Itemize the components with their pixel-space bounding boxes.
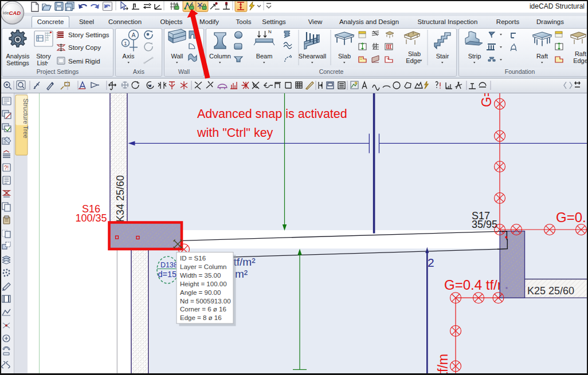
svg-text:Structure Tree: Structure Tree — [22, 98, 29, 139]
svg-text:Semi Rigid: Semi Rigid — [68, 58, 100, 65]
svg-text:List: List — [37, 60, 46, 66]
svg-text:Beam: Beam — [256, 53, 273, 60]
svg-text:K25 25/60: K25 25/60 — [527, 285, 574, 297]
svg-text:Slab: Slab — [338, 53, 351, 60]
svg-text:Edge: Edge — [573, 57, 588, 64]
svg-text:Nd = 5005913.00: Nd = 5005913.00 — [180, 298, 231, 305]
svg-text:D138: D138 — [160, 261, 178, 269]
svg-text:G=0.: G=0. — [556, 210, 586, 225]
svg-text:Settings: Settings — [6, 60, 29, 66]
svg-text:Axis: Axis — [123, 53, 135, 60]
svg-text:Strip: Strip — [468, 53, 481, 60]
svg-text:Slab: Slab — [408, 50, 421, 57]
svg-text:G=0.4 tf/m: G=0.4 tf/m — [479, 93, 494, 107]
svg-text:Edge = 8 ø 16: Edge = 8 ø 16 — [180, 314, 222, 321]
svg-text:K34 25/60: K34 25/60 — [115, 175, 126, 222]
svg-text:Story Copy: Story Copy — [68, 44, 101, 51]
svg-text:CAD: CAD — [9, 10, 21, 16]
svg-text:Raft: Raft — [536, 53, 548, 60]
svg-text:Edge: Edge — [406, 57, 421, 64]
svg-text:tf/m²: tf/m² — [234, 256, 256, 268]
svg-text:Story: Story — [36, 53, 51, 60]
svg-text:1: 1 — [124, 40, 127, 46]
svg-text:m²: m² — [235, 268, 248, 280]
svg-text:?!: ?! — [4, 165, 9, 171]
svg-text:d=15: d=15 — [158, 270, 177, 279]
svg-text:Analysis: Analysis — [6, 53, 30, 60]
svg-text:Layer = Column: Layer = Column — [180, 263, 227, 270]
svg-text:Corner = 6 ø 16: Corner = 6 ø 16 — [180, 306, 226, 313]
svg-text:G=0.4 tf/m: G=0.4 tf/m — [444, 277, 509, 293]
svg-text:Stair: Stair — [436, 53, 449, 60]
svg-text:Advanced snap is activated: Advanced snap is activated — [197, 107, 347, 121]
svg-text:35/95: 35/95 — [472, 219, 497, 230]
svg-text:Angle = 90.00: Angle = 90.00 — [180, 289, 221, 296]
svg-text:with "Ctrl" key: with "Ctrl" key — [197, 126, 273, 140]
svg-text:G=0.4 tf/m: G=0.4 tf/m — [436, 354, 450, 373]
svg-text:Story Settings: Story Settings — [68, 31, 109, 38]
svg-text:100/35: 100/35 — [75, 212, 107, 224]
svg-text:Shearwall: Shearwall — [299, 53, 326, 60]
svg-text:A: A — [131, 31, 135, 38]
svg-text:Height = 100.00: Height = 100.00 — [180, 281, 227, 287]
svg-text:N: N — [268, 29, 272, 34]
svg-text:Width = 35.00: Width = 35.00 — [180, 272, 221, 279]
svg-text:Raft: Raft — [575, 50, 586, 57]
svg-text:2: 2 — [428, 256, 434, 269]
svg-text:ID = S16: ID = S16 — [180, 255, 206, 262]
